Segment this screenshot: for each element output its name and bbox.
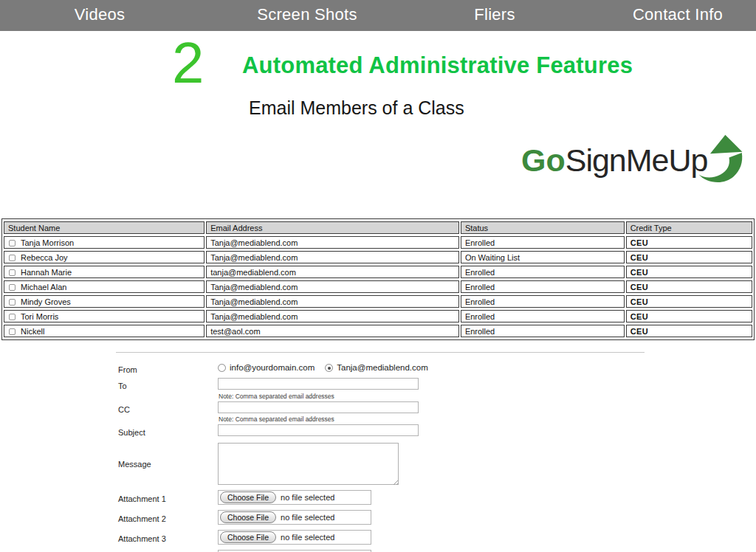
- student-name: Hannah Marie: [21, 268, 72, 277]
- radio-label: info@yourdomain.com: [230, 363, 315, 372]
- file-input-box: Choose File no file selected: [218, 530, 371, 545]
- student-name-cell: Rebecca Joy: [4, 251, 205, 263]
- attachment-label: Attachment 1: [118, 494, 166, 503]
- nav-item-screen-shots[interactable]: Screen Shots: [257, 5, 357, 24]
- credit-type-cell: CEU: [626, 236, 752, 249]
- column-header-credit-type: Credit Type: [626, 221, 752, 234]
- student-name: Nickell: [21, 327, 44, 336]
- student-name-cell: Michael Alan: [4, 280, 205, 293]
- credit-type-cell: CEU: [626, 295, 752, 308]
- student-row-checkbox[interactable]: [9, 314, 16, 320]
- student-name: Michael Alan: [21, 283, 66, 291]
- cc-label: CC: [118, 405, 130, 414]
- email-cell: Tanja@mediablend.com: [206, 310, 459, 322]
- credit-type-cell: CEU: [626, 266, 752, 278]
- section-divider: [116, 352, 645, 353]
- subject-label: Subject: [118, 428, 145, 437]
- student-row-checkbox[interactable]: [9, 328, 16, 335]
- from-radio-group: info@yourdomain.com Tanja@mediablend.com: [218, 363, 428, 372]
- email-cell: Tanja@mediablend.com: [206, 236, 459, 249]
- choose-file-button[interactable]: Choose File: [220, 511, 276, 523]
- student-name: Tanja Morrison: [21, 238, 74, 247]
- student-name-cell: Tanja Morrison: [4, 236, 205, 249]
- gosignmeup-logo: GoSignMeUp: [521, 142, 707, 179]
- student-name: Mindy Groves: [21, 297, 71, 306]
- credit-type-cell: CEU: [626, 310, 752, 322]
- student-name-cell: Hannah Marie: [4, 266, 205, 278]
- student-row-checkbox[interactable]: [9, 255, 16, 261]
- table-row: Nickell test@aol.com Enrolled CEU: [4, 325, 752, 337]
- status-cell: On Waiting List: [461, 251, 625, 263]
- status-cell: Enrolled: [461, 266, 625, 278]
- logo-go-text: Go: [521, 142, 566, 178]
- slide-page: Videos Screen Shots Fliers Contact Info …: [0, 0, 756, 552]
- to-label: To: [118, 382, 127, 390]
- column-header-email-address: Email Address: [206, 221, 459, 234]
- student-name: Tori Morris: [21, 312, 58, 321]
- email-cell: tanja@mediablend.com: [206, 266, 459, 278]
- choose-file-button[interactable]: Choose File: [220, 531, 276, 543]
- message-textarea[interactable]: [218, 443, 399, 485]
- email-cell: Tanja@mediablend.com: [206, 280, 459, 293]
- nav-item-contact-info[interactable]: Contact Info: [633, 5, 723, 24]
- column-header-status: Status: [461, 221, 625, 234]
- to-input[interactable]: [218, 378, 419, 390]
- table-row: Tori Morris Tanja@mediablend.com Enrolle…: [4, 310, 752, 322]
- column-header-student-name: Student Name: [4, 221, 205, 234]
- email-cell: Tanja@mediablend.com: [206, 251, 459, 263]
- step-number: 2: [172, 34, 204, 92]
- status-cell: Enrolled: [461, 310, 625, 322]
- status-cell: Enrolled: [461, 280, 625, 293]
- status-cell: Enrolled: [461, 236, 625, 249]
- from-radio-option: Tanja@mediablend.com: [325, 363, 428, 372]
- attachment-label: Attachment 2: [118, 514, 166, 523]
- email-cell: Tanja@mediablend.com: [206, 295, 459, 308]
- logo-rest-text: SignMeUp: [566, 142, 708, 178]
- email-cell: test@aol.com: [206, 325, 459, 337]
- no-file-selected-text: no file selected: [281, 533, 334, 542]
- status-cell: Enrolled: [461, 295, 625, 308]
- nav-item-videos[interactable]: Videos: [75, 5, 126, 24]
- student-name-cell: Mindy Groves: [4, 295, 205, 308]
- cc-input[interactable]: [218, 401, 419, 413]
- credit-type-cell: CEU: [626, 251, 752, 263]
- message-label: Message: [118, 460, 151, 469]
- credit-type-cell: CEU: [626, 325, 752, 337]
- no-file-selected-text: no file selected: [281, 493, 334, 502]
- student-name-cell: Nickell: [4, 325, 205, 337]
- table-row: Rebecca Joy Tanja@mediablend.com On Wait…: [4, 251, 752, 263]
- table-row: Hannah Marie tanja@mediablend.com Enroll…: [4, 266, 752, 278]
- status-cell: Enrolled: [461, 325, 625, 337]
- student-name-cell: Tori Morris: [4, 310, 205, 322]
- choose-file-button[interactable]: Choose File: [220, 491, 276, 503]
- to-note: Note: Comma separated email addresses: [219, 393, 334, 400]
- student-row-checkbox[interactable]: [9, 240, 16, 246]
- file-input-box: Choose File no file selected: [218, 490, 371, 505]
- attachment-label: Attachment 3: [118, 534, 166, 543]
- student-row-checkbox[interactable]: [9, 269, 16, 276]
- from-radio-option: info@yourdomain.com: [218, 363, 315, 372]
- file-input-box: Choose File no file selected: [218, 510, 371, 525]
- student-row-checkbox[interactable]: [9, 284, 16, 291]
- table-row: Michael Alan Tanja@mediablend.com Enroll…: [4, 280, 752, 293]
- cc-note: Note: Comma separated email addresses: [219, 415, 334, 423]
- subject-input[interactable]: [218, 424, 419, 436]
- table-row: Mindy Groves Tanja@mediablend.com Enroll…: [4, 295, 752, 308]
- class-roster-table: Student Name Email Address Status Credit…: [1, 218, 755, 340]
- no-file-selected-text: no file selected: [281, 513, 334, 522]
- page-title: Automated Administrative Features: [242, 52, 633, 79]
- student-row-checkbox[interactable]: [9, 299, 16, 306]
- page-subtitle: Email Members of a Class: [249, 97, 464, 119]
- radio-button[interactable]: [218, 364, 226, 372]
- table-row: Tanja Morrison Tanja@mediablend.com Enro…: [4, 236, 752, 249]
- nav-item-fliers[interactable]: Fliers: [474, 5, 515, 24]
- credit-type-cell: CEU: [626, 280, 752, 293]
- from-label: From: [118, 365, 137, 374]
- radio-label: Tanja@mediablend.com: [337, 363, 428, 372]
- student-name: Rebecca Joy: [21, 253, 68, 262]
- table-header-row: Student Name Email Address Status Credit…: [4, 221, 752, 234]
- curved-arrow-up-icon: [697, 132, 744, 187]
- radio-button[interactable]: [325, 364, 333, 372]
- top-nav-bar: Videos Screen Shots Fliers Contact Info: [0, 0, 756, 31]
